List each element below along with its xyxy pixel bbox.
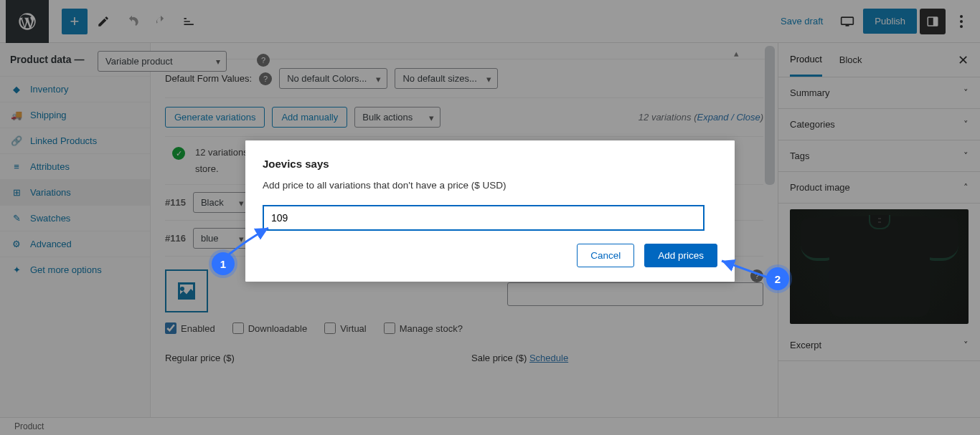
callout-2: 2 [766,267,789,290]
callout-1: 1 [212,252,235,275]
add-prices-button[interactable]: Add prices [644,244,717,267]
price-prompt-dialog: Joevics says Add price to all variations… [245,140,735,282]
arrow-2 [716,257,773,285]
cancel-button[interactable]: Cancel [577,244,634,267]
arrow-1 [225,222,275,258]
dialog-text: Add price to all variations that don't h… [263,180,717,191]
price-input[interactable] [263,205,705,231]
dialog-title: Joevics says [263,158,717,170]
